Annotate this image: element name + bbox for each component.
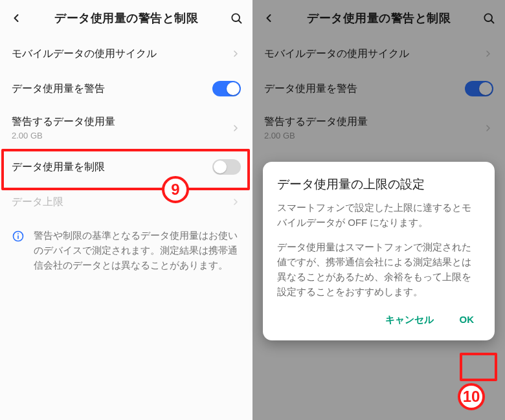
info-icon	[12, 230, 25, 274]
label: データ使用量を制限	[12, 160, 212, 174]
label: 警告するデータ使用量	[12, 115, 225, 129]
dialog-body: スマートフォンで設定した上限に達するとモバイルデータが OFF になります。 デ…	[277, 200, 480, 300]
row-limit-toggle[interactable]: データ使用量を制限	[0, 149, 252, 184]
chevron-right-icon	[230, 197, 241, 207]
dialog-paragraph-2: データ使用量はスマートフォンで測定された値ですが、携帯通信会社による測定結果とは…	[277, 239, 480, 300]
row-warn-toggle[interactable]: データ使用量を警告	[0, 71, 252, 106]
info-row: 警告や制限の基準となるデータ使用量はお使いのデバイスで測定されます。測定結果は携…	[0, 219, 252, 283]
settings-screen-right: データ使用量の警告と制限 モバイルデータの使用サイクル データ使用量を警告 警告…	[252, 0, 505, 420]
settings-screen-left: データ使用量の警告と制限 モバイルデータの使用サイクル データ使用量を警告 警告…	[0, 0, 252, 420]
dialog-paragraph-1: スマートフォンで設定した上限に達するとモバイルデータが OFF になります。	[277, 200, 480, 230]
ok-button[interactable]: OK	[453, 309, 481, 331]
toggle-limit[interactable]	[212, 159, 241, 175]
chevron-left-icon	[10, 12, 23, 25]
svg-line-1	[239, 21, 241, 23]
row-data-cycle[interactable]: モバイルデータの使用サイクル	[0, 36, 252, 71]
row-warn-amount[interactable]: 警告するデータ使用量 2.00 GB	[0, 106, 252, 149]
back-button[interactable]	[6, 12, 26, 25]
dialog-title: データ使用量の上限の設定	[277, 176, 480, 192]
cancel-button[interactable]: キャンセル	[379, 309, 440, 331]
sub-label: 2.00 GB	[12, 131, 225, 140]
toggle-warn[interactable]	[212, 81, 241, 96]
chevron-right-icon	[230, 49, 241, 59]
label: データ使用量を警告	[12, 82, 212, 96]
dialog-actions: キャンセル OK	[277, 309, 480, 331]
confirm-dialog: データ使用量の上限の設定 スマートフォンで設定した上限に達するとモバイルデータが…	[263, 162, 495, 340]
label: モバイルデータの使用サイクル	[12, 47, 225, 61]
info-text: 警告や制限の基準となるデータ使用量はお使いのデバイスで測定されます。測定結果は携…	[34, 228, 241, 274]
header: データ使用量の警告と制限	[0, 0, 252, 36]
svg-point-4	[17, 233, 19, 234]
search-button[interactable]	[227, 12, 246, 25]
row-data-limit: データ上限	[0, 184, 252, 219]
label: データ上限	[12, 195, 225, 209]
chevron-right-icon	[230, 123, 241, 133]
page-title: データ使用量の警告と制限	[26, 10, 227, 26]
search-icon	[230, 12, 243, 25]
